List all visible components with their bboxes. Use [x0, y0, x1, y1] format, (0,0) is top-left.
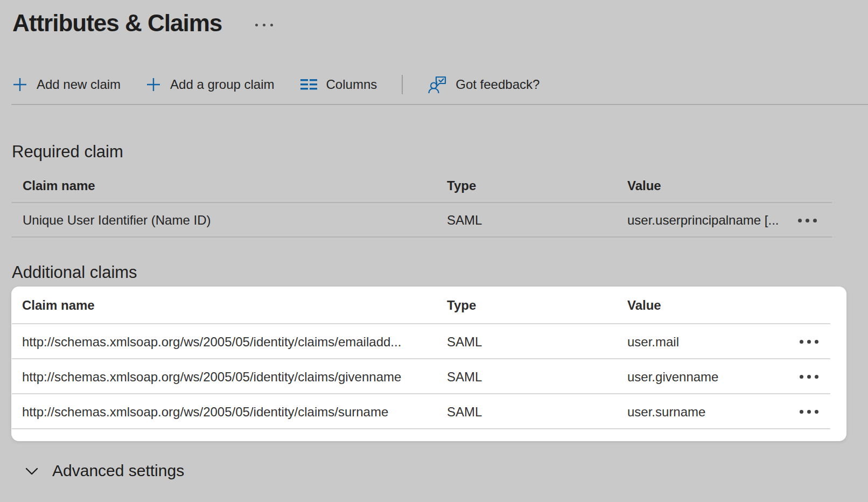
type-cell: SAML [447, 369, 627, 385]
claim-name-cell: http://schemas.xmlsoap.org/ws/2005/05/id… [22, 334, 447, 350]
ellipsis-icon [800, 340, 818, 344]
feedback-icon [428, 75, 447, 94]
column-header-claim-name: Claim name [22, 298, 447, 313]
table-row-unique-user-identifier[interactable]: Unique User Identifier (Name ID) SAML us… [23, 203, 832, 238]
column-header-value: Value [627, 298, 782, 313]
claim-name-cell: http://schemas.xmlsoap.org/ws/2005/05/id… [22, 369, 447, 385]
value-cell: user.givenname [627, 369, 782, 385]
columns-label: Columns [326, 77, 377, 92]
add-new-claim-label: Add new claim [37, 77, 121, 92]
add-group-claim-label: Add a group claim [170, 77, 274, 92]
plus-icon [145, 76, 162, 93]
command-bar: Add new claim Add a group claim [12, 69, 540, 100]
table-row-emailaddress[interactable]: http://schemas.xmlsoap.org/ws/2005/05/id… [22, 324, 836, 359]
advanced-settings-label: Advanced settings [52, 462, 184, 480]
required-claim-table: Claim name Type Value Unique User Identi… [12, 168, 832, 238]
got-feedback-label: Got feedback? [456, 77, 540, 92]
table-header-row: Claim name Type Value [23, 168, 832, 203]
value-cell: user.mail [627, 334, 782, 350]
type-cell: SAML [447, 334, 627, 350]
value-cell: user.surname [627, 405, 782, 420]
title-more-menu-button[interactable] [253, 20, 275, 30]
additional-claims-card: Claim name Type Value http://schemas.xml… [11, 287, 846, 441]
advanced-settings-toggle[interactable]: Advanced settings [23, 457, 184, 485]
column-header-claim-name: Claim name [23, 178, 447, 193]
value-cell: user.userprincipalname [... [627, 213, 782, 228]
columns-button[interactable]: Columns [299, 76, 377, 93]
add-group-claim-button[interactable]: Add a group claim [145, 76, 274, 93]
table-header-row: Claim name Type Value [22, 287, 836, 324]
row-menu-button[interactable] [796, 371, 822, 383]
add-new-claim-button[interactable]: Add new claim [12, 76, 121, 93]
got-feedback-button[interactable]: Got feedback? [428, 75, 540, 94]
table-row-givenname[interactable]: http://schemas.xmlsoap.org/ws/2005/05/id… [22, 359, 836, 394]
toolbar-separator [402, 75, 403, 94]
row-menu-button[interactable] [796, 336, 822, 348]
page-title: Attributes & Claims [12, 10, 222, 37]
title-row: Attributes & Claims [12, 6, 275, 40]
additional-claims-heading: Additional claims [12, 262, 137, 283]
claim-name-cell: Unique User Identifier (Name ID) [23, 213, 447, 228]
toolbar-divider [11, 104, 868, 105]
ellipsis-icon [800, 410, 818, 414]
columns-icon [299, 76, 318, 93]
type-cell: SAML [447, 213, 627, 228]
column-header-value: Value [627, 178, 782, 193]
type-cell: SAML [447, 405, 627, 420]
plus-icon [12, 76, 28, 93]
column-header-type: Type [447, 178, 627, 193]
attributes-claims-pane: Attributes & Claims Add new claim Add a … [0, 0, 868, 502]
ellipsis-icon [800, 375, 818, 379]
chevron-down-icon [23, 462, 40, 479]
claim-name-cell: http://schemas.xmlsoap.org/ws/2005/05/id… [22, 405, 447, 420]
table-row-surname[interactable]: http://schemas.xmlsoap.org/ws/2005/05/id… [22, 394, 836, 429]
row-menu-button[interactable] [796, 406, 822, 418]
required-claim-heading: Required claim [12, 141, 123, 163]
row-menu-button[interactable] [795, 214, 820, 227]
ellipsis-icon [255, 24, 273, 26]
ellipsis-icon [798, 219, 817, 222]
column-header-type: Type [447, 298, 627, 313]
